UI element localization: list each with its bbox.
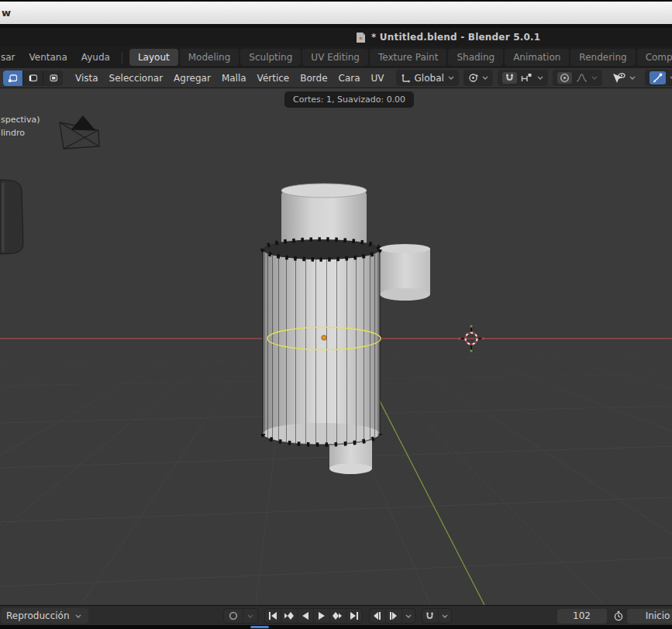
window-title: * Untitled.blend - Blender 5.0.1 [371,32,540,43]
proportional-editing-icon[interactable] [557,72,572,84]
menu-render[interactable]: sar [0,49,22,66]
main-cylinder-edit-mode[interactable] [263,239,380,445]
chevron-down-icon [591,76,598,80]
tab-shading[interactable]: Shading [448,49,503,66]
tab-compositing[interactable]: Compositing [637,49,672,66]
blender-titlebar: * Untitled.blend - Blender 5.0.1 [0,28,672,46]
start-frame-label: Inicio [646,610,670,621]
jump-to-start-button[interactable] [265,609,281,623]
face-select-button[interactable] [43,70,63,86]
menu-select[interactable]: Seleccionar [104,70,168,86]
auto-keying-group [223,608,258,624]
menu-face[interactable]: Cara [333,70,366,86]
menu-mesh[interactable]: Malla [216,70,252,86]
frame-step-options-button[interactable] [402,609,415,623]
select-mode-group [3,70,63,86]
scene-canvas[interactable] [0,88,672,605]
snap-group [498,70,548,86]
menu-uv[interactable]: UV [366,70,390,86]
chevron-down-icon [247,614,253,618]
previous-keyframe-button[interactable] [281,609,298,623]
menu-help[interactable]: Ayuda [74,49,117,66]
object-visibility-icon [612,73,625,84]
jump-to-end-button[interactable] [346,609,362,623]
view-name-overlay: spectiva) lindro [1,113,40,139]
snap-magnet-icon[interactable] [502,72,517,84]
tab-layout[interactable]: Layout [129,49,178,66]
viewport-3d[interactable]: spectiva) lindro Cortes: 1, Suavizado: 0… [0,88,672,605]
taskbar-strip [0,625,672,629]
stopwatch-icon [613,610,624,621]
tab-modeling[interactable]: Modeling [180,49,240,66]
snap-target-icon[interactable] [521,73,533,83]
chevron-down-icon [405,614,412,618]
background-window-strip: w [0,0,672,24]
current-frame-value: 102 [573,610,591,621]
preview-range-button[interactable] [613,609,624,623]
menu-edge[interactable]: Borde [295,70,333,86]
pivot-point-dropdown[interactable] [464,70,493,86]
background-window-title: w [2,7,11,19]
blend-file-icon [356,32,366,43]
proportional-editing-group [553,70,602,86]
start-frame-field[interactable]: Inicio [627,609,672,624]
next-frame-button[interactable] [386,609,402,623]
play-reverse-button[interactable] [298,609,314,623]
timeline-snap-group [422,608,452,624]
menu-view[interactable]: Vista [70,70,104,86]
vertex-select-button[interactable] [3,70,23,86]
record-icon [229,611,238,620]
camera-object[interactable] [60,116,99,149]
right-small-cylinder[interactable] [380,244,430,301]
timeline-snap-button[interactable] [422,609,439,623]
tab-rendering[interactable]: Rendering [570,49,635,66]
view-name-line1: spectiva) [1,113,40,126]
tab-animation[interactable]: Animation [505,49,569,66]
show-gizmos-icon[interactable] [650,71,666,84]
timeline-header: Reproducción [0,605,672,626]
next-keyframe-button[interactable] [330,609,346,623]
screen: w * Untitled.blend - Blender 5.0.1 sar V… [0,0,672,629]
view-name-line2: lindro [1,126,40,139]
auto-keying-options-button[interactable] [243,609,257,623]
frame-step-group [369,608,415,624]
tab-uv-editing[interactable]: UV Editing [302,49,368,66]
menu-vertex[interactable]: Vértice [252,70,295,86]
menu-add[interactable]: Agregar [168,70,216,86]
topbar: sar Ventana Ayuda Layout Modeling Sculpt… [0,46,672,68]
previous-frame-button[interactable] [370,609,386,623]
taskbar-active-indicator [250,626,269,628]
transform-orientation-icon [401,73,411,83]
transport-controls [264,608,363,624]
current-frame-field[interactable]: 102 [557,609,607,624]
playback-menu-label: Reproducción [6,610,70,621]
tab-texture-paint[interactable]: Texture Paint [370,49,446,66]
auto-keying-button[interactable] [224,609,243,623]
menu-window[interactable]: Ventana [22,49,74,66]
origin-dot [322,335,326,340]
chevron-down-icon [537,76,543,80]
edge-select-button[interactable] [23,70,43,86]
chevron-down-icon [75,614,81,618]
show-gizmos-dropdown[interactable] [645,70,672,86]
pivot-point-icon [468,73,478,83]
tab-sculpting[interactable]: Sculpting [240,49,301,66]
snap-magnet-icon [425,611,435,621]
play-button[interactable] [314,609,330,623]
viewport-header: Vista Seleccionar Agregar Malla Vértice … [0,68,672,88]
transform-orientation-value: Global [415,73,444,84]
chevron-down-icon [482,76,488,80]
chevron-down-icon [448,76,454,80]
transform-orientation-dropdown[interactable]: Global [396,70,459,86]
chevron-down-icon [442,614,448,618]
playback-menu[interactable]: Reproducción [1,608,88,624]
top-cap-cylinder[interactable] [281,184,367,247]
chevron-down-icon [629,76,636,80]
divider [122,52,122,64]
operator-hint: Cortes: 1, Suavizado: 0.00 [284,91,414,108]
falloff-curve-icon[interactable] [576,73,588,83]
timeline-snap-options-button[interactable] [439,609,451,623]
object-visibility-dropdown[interactable] [607,70,640,86]
